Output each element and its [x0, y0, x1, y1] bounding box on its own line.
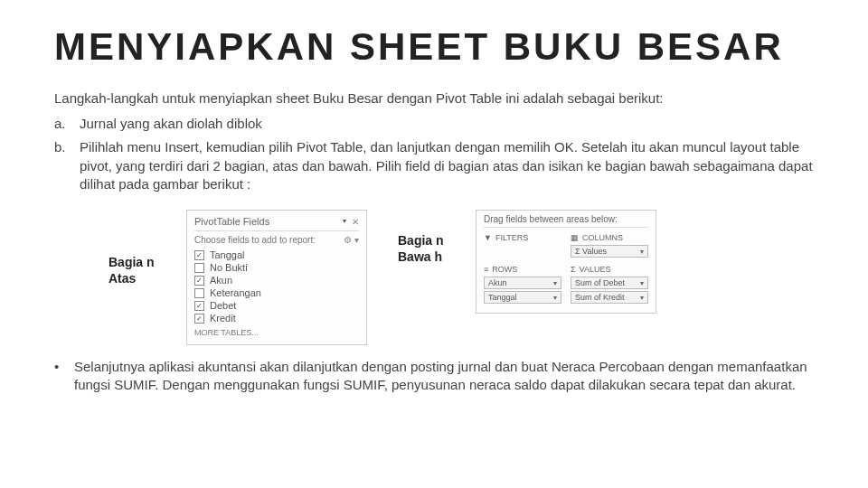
chip-label: Σ Values [575, 247, 607, 256]
area-chip[interactable]: Σ Values▾ [571, 245, 648, 258]
field-row[interactable]: ✓Debet [194, 299, 359, 312]
rows-icon: ≡ [484, 265, 488, 274]
area-values[interactable]: ΣVALUES Sum of Debet▾ Sum of Kredit▾ [571, 265, 648, 305]
pivot-areas-panel: Drag fields between areas below: ▼FILTER… [476, 210, 656, 314]
field-name: Tanggal [210, 249, 245, 260]
footer-bullet: • Selanjutnya aplikasi akuntansi akan di… [54, 358, 814, 395]
figures-row: Bagia n Atas PivotTable Fields ▾ ✕ Choos… [108, 210, 814, 345]
chevron-down-icon[interactable]: ▾ [640, 248, 644, 256]
field-name: No Bukti [210, 262, 248, 273]
checkbox-icon[interactable]: ✓ [194, 301, 204, 311]
chip-label: Tanggal [488, 293, 517, 302]
area-chip[interactable]: Akun▾ [484, 277, 561, 289]
step-a: a. Jurnal yang akan diolah diblok [54, 115, 814, 133]
field-row[interactable]: No Bukti [194, 261, 359, 274]
bullet-dot: • [54, 358, 74, 395]
checkbox-icon[interactable] [194, 263, 204, 273]
area-rows-title: ROWS [492, 265, 517, 274]
chip-label: Sum of Kredit [575, 293, 625, 302]
intro-text: Langkah-langkah untuk menyiapkan sheet B… [54, 90, 814, 106]
areas-top-text: Drag fields between areas below: [484, 214, 648, 228]
chevron-down-icon[interactable]: ▾ [640, 279, 644, 287]
field-name: Akun [210, 275, 232, 286]
area-chip[interactable]: Sum of Debet▾ [571, 277, 648, 289]
chevron-down-icon[interactable]: ▾ [553, 294, 557, 302]
area-filters[interactable]: ▼FILTERS [484, 233, 561, 259]
step-a-marker: a. [54, 115, 80, 133]
field-row[interactable]: ✓Kredit [194, 312, 359, 324]
area-chip[interactable]: Sum of Kredit▾ [571, 291, 648, 304]
field-name: Debet [210, 300, 236, 311]
checkbox-icon[interactable]: ✓ [194, 314, 204, 324]
chevron-down-icon[interactable]: ▾ [553, 279, 557, 287]
chip-label: Sum of Debet [575, 278, 625, 287]
field-name: Keterangan [210, 287, 261, 298]
pivot-fields-header: PivotTable Fields [194, 216, 269, 227]
fields-list: ✓Tanggal No Bukti ✓Akun Keterangan ✓Debe… [194, 249, 359, 324]
area-chip[interactable]: Tanggal▾ [484, 291, 561, 304]
field-name: Kredit [210, 313, 236, 324]
area-values-title: VALUES [580, 265, 611, 274]
more-tables-link[interactable]: MORE TABLES... [194, 328, 359, 337]
close-icon[interactable]: ✕ [352, 217, 359, 227]
checkbox-icon[interactable] [194, 288, 204, 298]
area-columns-title: COLUMNS [582, 233, 623, 242]
step-b-marker: b. [54, 138, 80, 193]
field-row[interactable]: ✓Akun [194, 274, 359, 286]
field-row[interactable]: Keterangan [194, 286, 359, 299]
step-b-text: Pilihlah menu Insert, kemudian pilih Piv… [80, 138, 814, 193]
area-rows[interactable]: ≡ROWS Akun▾ Tanggal▾ [484, 265, 561, 305]
step-b: b. Pilihlah menu Insert, kemudian pilih … [54, 138, 814, 193]
label-atas: Bagia n Atas [108, 210, 156, 286]
area-columns[interactable]: ▦COLUMNS Σ Values▾ [571, 233, 648, 259]
sigma-icon: Σ [571, 265, 576, 274]
filter-icon: ▼ [484, 233, 492, 242]
gear-icon[interactable]: ⚙ ▾ [344, 235, 359, 245]
footer-text: Selanjutnya aplikasi akuntansi akan dila… [74, 358, 814, 395]
label-bawah: Bagia n Bawa h [398, 210, 445, 265]
chevron-down-icon[interactable]: ▾ [640, 294, 644, 302]
chevron-down-icon[interactable]: ▾ [343, 217, 346, 227]
chip-label: Akun [488, 278, 507, 287]
field-row[interactable]: ✓Tanggal [194, 249, 359, 261]
checkbox-icon[interactable]: ✓ [194, 250, 204, 260]
pivot-fields-sub: Choose fields to add to report: [194, 235, 316, 245]
page-title: MENYIAPKAN SHEET BUKU BESAR [54, 25, 814, 69]
steps-list: a. Jurnal yang akan diolah diblok b. Pil… [54, 115, 814, 193]
step-a-text: Jurnal yang akan diolah diblok [80, 115, 814, 133]
area-filters-title: FILTERS [495, 233, 528, 242]
checkbox-icon[interactable]: ✓ [194, 276, 204, 286]
columns-icon: ▦ [571, 233, 579, 242]
pivot-fields-panel: PivotTable Fields ▾ ✕ Choose fields to a… [186, 210, 367, 345]
